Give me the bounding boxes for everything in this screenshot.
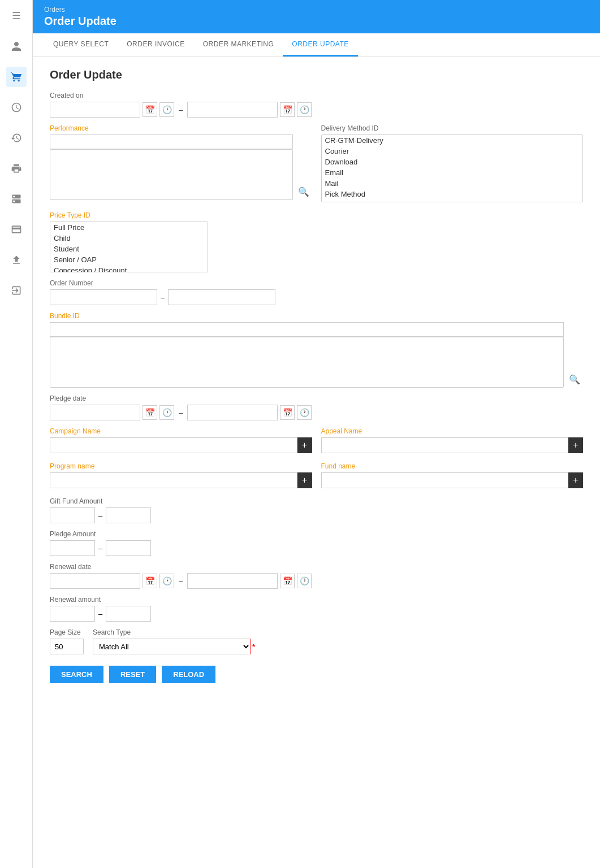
fund-name-plus-btn[interactable]: +: [568, 472, 583, 488]
bundle-id-listbox[interactable]: [50, 337, 564, 388]
campaign-name-plus-btn[interactable]: +: [297, 437, 312, 453]
pledge-amount-dash: –: [98, 544, 102, 553]
appeal-name-col: Appeal Name +: [321, 427, 584, 453]
delivery-method-listbox[interactable]: CR-GTM-Delivery Courier Download Email M…: [321, 134, 584, 202]
price-type-listbox[interactable]: Full Price Child Student Senior / OAP Co…: [50, 222, 208, 272]
pledge-date-to-clock-btn[interactable]: 🕐: [297, 405, 312, 420]
renewal-date-from-clock-btn[interactable]: 🕐: [159, 574, 174, 588]
history-icon[interactable]: [6, 128, 27, 148]
appeal-name-input[interactable]: [321, 437, 569, 453]
order-number-row: –: [50, 289, 583, 305]
bundle-id-search-input[interactable]: [50, 322, 564, 337]
appeal-name-plus-btn[interactable]: +: [568, 437, 583, 453]
search-type-wrap: Match All Match Any *: [93, 639, 583, 654]
bundle-id-label: Bundle ID: [50, 312, 583, 320]
upload-icon[interactable]: [6, 250, 27, 270]
tab-order-marketing[interactable]: Order Marketing: [194, 33, 283, 57]
bundle-id-wrap: 🔍: [50, 322, 583, 388]
program-fund-row: Program name + Fund name +: [50, 462, 583, 488]
clock-icon[interactable]: [6, 97, 27, 118]
pledge-date-from-calendar-btn[interactable]: 📅: [143, 405, 157, 420]
pledge-amount-range: –: [50, 540, 583, 556]
server-icon[interactable]: [6, 189, 27, 209]
created-on-from-calendar-btn[interactable]: 📅: [143, 102, 157, 117]
order-number-dash: –: [161, 293, 165, 302]
price-type-label: Price Type ID: [50, 211, 583, 219]
user-icon[interactable]: [6, 36, 27, 57]
order-number-section: Order Number –: [50, 279, 583, 305]
logout-icon[interactable]: [6, 280, 27, 301]
order-number-to-input[interactable]: [168, 289, 275, 305]
delivery-method-label: Delivery Method ID: [321, 124, 584, 132]
program-name-plus-btn[interactable]: +: [297, 472, 312, 488]
order-number-from-input[interactable]: [50, 289, 157, 305]
created-on-label: Created on: [50, 92, 583, 99]
renewal-date-from-input[interactable]: [50, 573, 140, 589]
pledge-date-section: Pledge date 📅 🕐 – 📅 🕐: [50, 394, 583, 420]
program-name-col: Program name +: [50, 462, 312, 488]
page-size-label: Page Size: [50, 628, 84, 636]
pledge-date-from-input[interactable]: [50, 405, 140, 420]
menu-icon[interactable]: ☰: [6, 6, 27, 26]
pledge-date-from-clock-btn[interactable]: 🕐: [159, 405, 174, 420]
search-type-select[interactable]: Match All Match Any: [93, 639, 251, 654]
gift-fund-from-input[interactable]: [50, 507, 95, 523]
renewal-date-to-input[interactable]: [187, 573, 278, 589]
pledge-amount-from-input[interactable]: [50, 540, 95, 556]
price-type-section: Price Type ID Full Price Child Student S…: [50, 211, 583, 272]
search-button[interactable]: SEARCH: [50, 666, 103, 683]
performance-search-btn[interactable]: 🔍: [295, 183, 312, 200]
renewal-amount-to-input[interactable]: [106, 606, 151, 622]
page-title: Order Update: [50, 68, 583, 81]
bundle-id-section: Bundle ID 🔍: [50, 312, 583, 388]
renewal-date-to-calendar-btn[interactable]: 📅: [280, 574, 295, 588]
content-area: Order Update Created on 📅 🕐 – 📅 🕐 Perfor…: [33, 57, 600, 868]
created-on-from-input[interactable]: [50, 102, 140, 118]
sidebar: ☰: [0, 0, 33, 868]
gift-fund-label: Gift Fund Amount: [50, 497, 583, 505]
reset-button[interactable]: RESET: [109, 666, 156, 683]
reload-button[interactable]: RELOAD: [162, 666, 215, 683]
created-on-to-input[interactable]: [187, 102, 278, 118]
tab-order-invoice[interactable]: Order Invoice: [118, 33, 194, 57]
gift-fund-to-input[interactable]: [106, 507, 151, 523]
payment-icon[interactable]: [6, 219, 27, 240]
campaign-name-col: Campaign Name +: [50, 427, 312, 453]
renewal-date-section: Renewal date 📅 🕐 – 📅 🕐: [50, 563, 583, 589]
fund-name-input[interactable]: [321, 472, 569, 488]
pledge-date-to-input[interactable]: [187, 405, 278, 420]
renewal-date-from-calendar-btn[interactable]: 📅: [143, 574, 157, 588]
program-name-label: Program name: [50, 462, 312, 470]
bundle-id-search-btn[interactable]: 🔍: [566, 371, 583, 388]
renewal-date-to-clock-btn[interactable]: 🕐: [297, 574, 312, 588]
pledge-date-to-calendar-btn[interactable]: 📅: [280, 405, 295, 420]
fund-name-wrap: +: [321, 472, 584, 488]
performance-label: Performance: [50, 124, 312, 132]
created-on-to-calendar-btn[interactable]: 📅: [280, 102, 295, 117]
cart-icon[interactable]: [6, 67, 27, 87]
campaign-name-wrap: +: [50, 437, 312, 453]
program-name-input[interactable]: [50, 472, 297, 488]
performance-list-wrap: 🔍: [50, 134, 312, 200]
created-on-from-clock-btn[interactable]: 🕐: [159, 102, 174, 117]
renewal-amount-from-input[interactable]: [50, 606, 95, 622]
campaign-name-input[interactable]: [50, 437, 297, 453]
pledge-amount-section: Pledge Amount –: [50, 530, 583, 556]
program-name-wrap: +: [50, 472, 312, 488]
created-on-dash: –: [176, 106, 185, 114]
performance-search-input[interactable]: [50, 134, 293, 149]
header: Orders Order Update: [33, 0, 600, 33]
gift-fund-range: –: [50, 507, 583, 523]
tab-query-select[interactable]: Query Select: [44, 33, 118, 57]
performance-listbox[interactable]: [50, 149, 293, 200]
tab-order-update[interactable]: Order Update: [283, 33, 357, 57]
main-area: Orders Order Update Query Select Order I…: [33, 0, 600, 868]
page-size-input[interactable]: [50, 639, 84, 654]
renewal-amount-section: Renewal amount –: [50, 596, 583, 622]
created-on-to-clock-btn[interactable]: 🕐: [297, 102, 312, 117]
renewal-amount-dash: –: [98, 610, 102, 618]
tabs-bar: Query Select Order Invoice Order Marketi…: [33, 33, 600, 57]
print-icon[interactable]: [6, 158, 27, 179]
pledge-amount-to-input[interactable]: [106, 540, 151, 556]
pledge-date-row: 📅 🕐 – 📅 🕐: [50, 405, 583, 420]
